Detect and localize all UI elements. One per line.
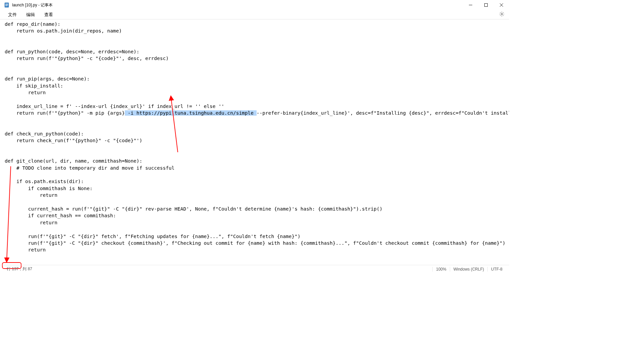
- status-zoom[interactable]: 100%: [432, 267, 450, 272]
- notepad-icon: [4, 2, 9, 8]
- title-bar: launch [10].py - 记事本: [0, 0, 509, 10]
- code-line: if commithash is None:: [5, 186, 93, 191]
- code-line: def run_pip(args, desc=None):: [5, 76, 90, 81]
- status-position: 行 137，列 87: [3, 266, 36, 272]
- status-eol: Windows (CRLF): [450, 267, 487, 272]
- code-line: def check_run_python(code):: [5, 131, 84, 136]
- code-line: # TODO clone into temporary dir and move…: [5, 165, 174, 171]
- svg-rect-1: [5, 4, 8, 4]
- maximize-button[interactable]: [478, 0, 494, 10]
- status-bar: 行 137，列 87 100% Windows (CRLF) UTF-8: [0, 265, 509, 273]
- minimize-button[interactable]: [463, 0, 478, 10]
- code-line: return run(f'"{python}" -c "{code}"', de…: [5, 56, 169, 61]
- svg-rect-6: [485, 4, 488, 7]
- code-line: return: [5, 90, 46, 95]
- menu-file[interactable]: 文件: [3, 10, 21, 19]
- code-line: if skip_install:: [5, 83, 63, 89]
- svg-point-9: [501, 13, 502, 15]
- code-line: run(f'"{git}" -C "{dir}" fetch', f"Fetch…: [5, 234, 301, 239]
- svg-rect-3: [5, 5, 8, 5]
- svg-rect-4: [5, 6, 7, 6]
- code-line: run(f'"{git}" -C "{dir}" checkout {commi…: [5, 240, 505, 246]
- code-line: return run(f'"{python}" -m pip {args}: [5, 110, 125, 116]
- status-encoding: UTF-8: [487, 267, 506, 272]
- code-line: current_hash = run(f'"{git}" -C "{dir}" …: [5, 206, 382, 212]
- window-controls: [463, 0, 509, 10]
- code-line: if os.path.exists(dir):: [5, 179, 84, 184]
- menu-edit[interactable]: 编辑: [21, 10, 40, 19]
- code-line: return check_run(f'"{python}" -c "{code}…: [5, 138, 142, 143]
- menu-view[interactable]: 查看: [40, 10, 58, 19]
- code-line: def git_clone(url, dir, name, commithash…: [5, 158, 142, 164]
- text-editor-content[interactable]: def repo_dir(name): return os.path.join(…: [0, 19, 509, 265]
- code-line: return: [5, 220, 57, 225]
- code-line: def repo_dir(name):: [5, 21, 60, 27]
- code-line: --prefer-binary{index_url_line}', desc=f…: [257, 110, 509, 116]
- window-title: launch [10].py - 记事本: [12, 2, 53, 8]
- code-line: index_url_line = f' --index-url {index_u…: [5, 104, 224, 109]
- svg-rect-2: [5, 4, 8, 5]
- menu-bar: 文件 编辑 查看: [0, 10, 509, 19]
- code-line: if current_hash == commithash:: [5, 213, 116, 218]
- code-line: return: [5, 192, 57, 198]
- selected-text: -i https://pypi.tuna.tsinghua.edu.cn/sim…: [125, 110, 257, 116]
- code-line: return: [5, 247, 46, 252]
- code-line: def run_python(code, desc=None, errdesc=…: [5, 49, 140, 54]
- close-button[interactable]: [494, 0, 509, 10]
- settings-icon[interactable]: [499, 11, 504, 18]
- code-line: return os.path.join(dir_repos, name): [5, 28, 122, 34]
